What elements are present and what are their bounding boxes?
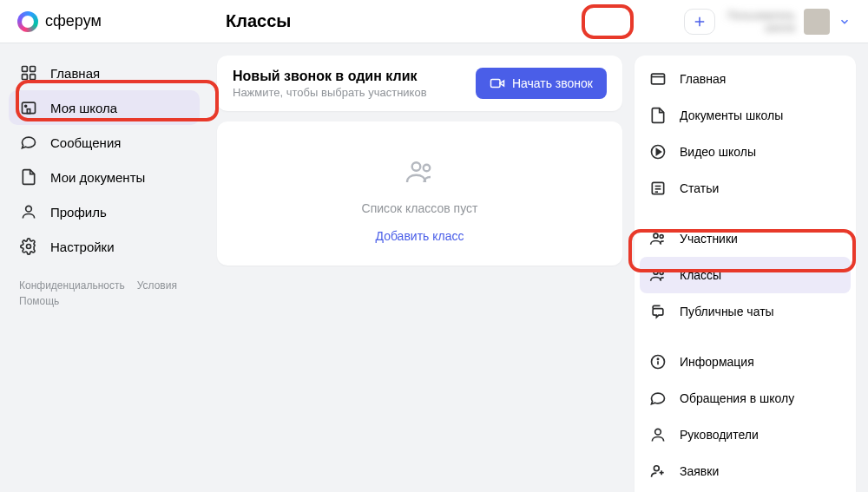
settings-icon (19, 237, 38, 256)
requests-icon (648, 462, 667, 481)
info-icon (648, 352, 667, 371)
svg-rect-2 (23, 67, 28, 72)
rp-item-chats[interactable]: Публичные чаты (635, 293, 856, 330)
manager-icon (648, 425, 667, 444)
right-panel: Главная Документы школы Видео школы Стат… (635, 56, 856, 492)
footer-privacy[interactable]: Конфиденциальность (19, 279, 125, 292)
page-title: Классы (226, 11, 684, 31)
sidebar-item-label: Настройки (50, 239, 115, 254)
chevron-down-icon (838, 16, 851, 28)
add-button[interactable] (684, 9, 715, 35)
svg-marker-18 (656, 149, 661, 155)
start-call-button[interactable]: Начать звонок (476, 68, 607, 99)
rp-item-video[interactable]: Видео школы (635, 134, 856, 170)
brand-text: сферум (45, 12, 102, 30)
rp-item-articles[interactable]: Статьи (635, 170, 856, 207)
svg-point-9 (26, 206, 32, 212)
document-icon (19, 167, 38, 187)
rp-item-classes[interactable]: Классы (640, 257, 851, 293)
add-class-link[interactable]: Добавить класс (376, 229, 464, 243)
sidebar-item-profile[interactable]: Профиль (9, 194, 200, 229)
rp-item-label: Статьи (680, 181, 719, 195)
svg-point-25 (654, 270, 658, 274)
main-content: Новый звонок в один клик Нажмите, чтобы … (208, 43, 631, 492)
video-icon (490, 75, 505, 91)
rp-item-label: Информация (680, 355, 754, 369)
plus-icon (692, 14, 707, 30)
rp-item-members[interactable]: Участники (635, 220, 856, 257)
svg-point-14 (423, 165, 430, 172)
sidebar-item-documents[interactable]: Мои документы (9, 160, 200, 194)
svg-rect-8 (27, 109, 30, 114)
call-button-label: Начать звонок (512, 76, 593, 90)
sidebar-item-school[interactable]: Моя школа (9, 90, 200, 125)
rp-item-label: Видео школы (680, 145, 756, 159)
sidebar-item-label: Мои документы (50, 170, 145, 185)
rp-item-label: Документы школы (680, 108, 783, 122)
profile-icon (19, 202, 38, 221)
rp-item-requests[interactable]: Заявки (635, 453, 856, 489)
sidebar-item-label: Сообщения (50, 135, 121, 150)
user-name: Пользователь школа (727, 10, 795, 34)
svg-point-29 (657, 358, 658, 359)
rp-item-label: Классы (680, 268, 721, 282)
sidebar: Главная Моя школа Сообщения Мои документ… (0, 43, 208, 492)
svg-rect-4 (23, 75, 28, 80)
chat-icon (648, 302, 667, 321)
svg-point-10 (27, 245, 31, 249)
rp-item-appeals[interactable]: Обращения в школу (635, 380, 856, 417)
avatar (804, 9, 830, 35)
svg-point-30 (655, 429, 661, 435)
empty-text: Список классов пуст (362, 201, 478, 215)
message-icon (648, 389, 667, 408)
classes-icon (648, 266, 667, 285)
rp-item-docs[interactable]: Документы школы (635, 97, 856, 134)
rp-item-label: Руководители (680, 428, 759, 442)
grid-icon (19, 63, 38, 82)
footer-help[interactable]: Помощь (19, 295, 59, 307)
rp-item-label: Участники (680, 232, 738, 246)
document-icon (648, 106, 667, 125)
call-card: Новый звонок в один клик Нажмите, чтобы … (217, 56, 622, 111)
svg-point-7 (25, 105, 27, 107)
svg-rect-5 (30, 75, 36, 80)
svg-point-31 (654, 466, 659, 471)
rp-item-label: Публичные чаты (680, 305, 774, 318)
members-icon (648, 229, 667, 248)
header: сферум Классы Пользователь школа (0, 0, 868, 43)
sidebar-item-messages[interactable]: Сообщения (9, 125, 200, 160)
sidebar-item-label: Главная (50, 66, 100, 81)
footer-terms[interactable]: Условия (137, 279, 177, 292)
play-icon (648, 142, 667, 161)
svg-point-26 (660, 272, 663, 275)
header-right: Пользователь школа (684, 9, 851, 35)
rp-item-label: Главная (680, 72, 726, 86)
rp-item-info[interactable]: Информация (635, 344, 856, 380)
svg-point-24 (660, 235, 663, 239)
sidebar-item-label: Моя школа (50, 101, 117, 115)
sidebar-item-label: Профиль (50, 205, 107, 220)
user-block[interactable]: Пользователь школа (727, 9, 851, 35)
rp-item-managers[interactable]: Руководители (635, 417, 856, 453)
article-icon (648, 179, 667, 198)
call-title: Новый звонок в один клик (233, 69, 427, 84)
rp-item-label: Обращения в школу (680, 391, 794, 405)
call-subtitle: Нажмите, чтобы выбрать участников (233, 86, 427, 99)
svg-point-23 (654, 233, 658, 238)
svg-point-13 (411, 162, 420, 171)
logo-icon (17, 11, 38, 32)
sidebar-footer: Конфиденциальность Условия Помощь (9, 279, 200, 307)
sidebar-item-settings[interactable]: Настройки (9, 229, 200, 264)
svg-rect-15 (652, 74, 665, 84)
people-icon (401, 156, 439, 187)
svg-rect-3 (30, 67, 36, 72)
rp-item-label: Заявки (680, 464, 719, 478)
logo[interactable]: сферум (17, 11, 226, 32)
home-card-icon (648, 69, 667, 89)
sidebar-item-home[interactable]: Главная (9, 56, 200, 90)
school-icon (19, 98, 38, 117)
message-icon (19, 133, 38, 152)
rp-item-home[interactable]: Главная (635, 61, 856, 97)
empty-state: Список классов пуст Добавить класс (217, 121, 622, 266)
svg-rect-11 (490, 80, 500, 88)
